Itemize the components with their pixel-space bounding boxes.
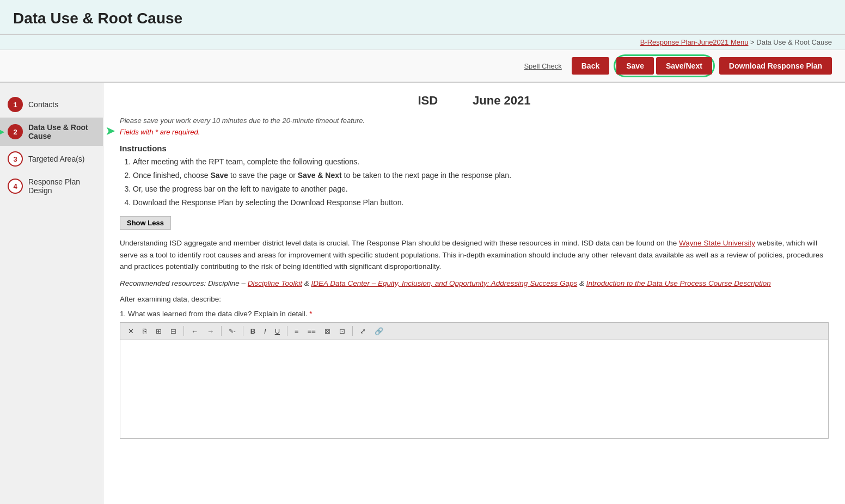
editor-italic[interactable]: I bbox=[261, 325, 270, 337]
toolbar: Spell Check Back Save Save/Next Download… bbox=[0, 50, 845, 83]
sidebar-label-contacts: Contacts bbox=[28, 100, 58, 109]
idea-link[interactable]: IDEA Data Center – Equity, Inclusion, an… bbox=[311, 279, 577, 287]
sidebar-item-response[interactable]: 4 Response Plan Design bbox=[0, 172, 103, 200]
toolbar-sep-4 bbox=[287, 326, 287, 336]
breadcrumb-current: Data Use & Root Cause bbox=[756, 38, 832, 46]
wayne-state-link[interactable]: Wayne State University bbox=[679, 239, 755, 247]
editor-paste[interactable]: ⊞ bbox=[152, 325, 165, 337]
editor-redo[interactable]: → bbox=[204, 325, 217, 337]
instruction-2: Once finished, choose Save to save the p… bbox=[133, 170, 829, 181]
instructions-list: After meeting with the RPT team, complet… bbox=[133, 156, 829, 208]
show-less-button[interactable]: Show Less bbox=[120, 216, 171, 230]
sidebar-item-contacts[interactable]: 1 Contacts bbox=[0, 91, 103, 118]
editor-undo[interactable]: ← bbox=[188, 325, 201, 337]
sidebar-label-targeted: Targeted Area(s) bbox=[28, 155, 85, 163]
sidebar-label-data-use: Data Use & Root Cause bbox=[28, 123, 95, 140]
sidebar-label-response: Response Plan Design bbox=[28, 177, 95, 195]
main-layout: 1 Contacts 2 Data Use & Root Cause ► 3 T… bbox=[0, 83, 845, 504]
toolbar-sep-3 bbox=[243, 326, 243, 336]
instruction-1: After meeting with the RPT team, complet… bbox=[133, 156, 829, 168]
active-arrow-icon: ► bbox=[0, 126, 7, 138]
back-button[interactable]: Back bbox=[572, 57, 609, 75]
save-highlight-group: Save Save/Next bbox=[614, 54, 715, 77]
save-next-button[interactable]: Save/Next bbox=[656, 57, 712, 75]
editor-toolbar: ✕ ⎘ ⊞ ⊟ ← → ✎- B I U ≡ ≡≡ ⊠ ⊡ ⤢ 🔗 bbox=[120, 323, 828, 340]
editor-underline[interactable]: U bbox=[272, 325, 283, 337]
instruction-4: Download the Response Plan by selecting … bbox=[133, 197, 829, 208]
editor-fullscreen[interactable]: ⤢ bbox=[357, 325, 369, 337]
discipline-toolkit-link[interactable]: Discipline Toolkit bbox=[248, 279, 302, 287]
editor-ol[interactable]: ≡ bbox=[291, 325, 302, 337]
editor-indent-left[interactable]: ⊠ bbox=[321, 325, 334, 337]
toolbar-sep-1 bbox=[183, 326, 184, 336]
editor-link[interactable]: 🔗 bbox=[371, 325, 387, 337]
sidebar-item-targeted[interactable]: 3 Targeted Area(s) bbox=[0, 146, 103, 172]
sidebar-num-3: 3 bbox=[8, 151, 23, 167]
page-title: Data Use & Root Cause bbox=[13, 10, 832, 27]
intro-link[interactable]: Introduction to the Data Use Process Cou… bbox=[586, 279, 771, 287]
page-header: Data Use & Root Cause bbox=[0, 0, 845, 35]
question-1-text: What was learned from the data dive? Exp… bbox=[128, 310, 309, 318]
sidebar: 1 Contacts 2 Data Use & Root Cause ► 3 T… bbox=[0, 83, 103, 504]
spell-check-link[interactable]: Spell Check bbox=[524, 62, 561, 70]
instructions-block: Instructions After meeting with the RPT … bbox=[120, 144, 829, 208]
editor-indent-right[interactable]: ⊡ bbox=[336, 325, 348, 337]
question-1-number: 1. bbox=[120, 310, 128, 318]
isd-label: ISD bbox=[418, 94, 438, 107]
breadcrumb-separator: > bbox=[750, 38, 756, 46]
description-block: Understanding ISD aggregate and member d… bbox=[120, 237, 829, 273]
editor-paste-text[interactable]: ⊟ bbox=[167, 325, 180, 337]
editor-source[interactable]: ✎- bbox=[225, 326, 239, 336]
save-button[interactable]: Save bbox=[616, 57, 654, 75]
toolbar-sep-2 bbox=[221, 326, 222, 336]
content-header: ISD June 2021 bbox=[120, 94, 829, 108]
sidebar-num-1: 1 bbox=[8, 97, 23, 112]
sidebar-item-data-use[interactable]: 2 Data Use & Root Cause ► bbox=[0, 118, 103, 146]
instruction-3: Or, use the progress bar on the left to … bbox=[133, 183, 829, 195]
editor-body[interactable] bbox=[120, 340, 828, 438]
editor-ul[interactable]: ≡≡ bbox=[304, 325, 319, 337]
required-notice: Fields with * are required. bbox=[120, 128, 829, 136]
sidebar-num-4: 4 bbox=[8, 179, 23, 194]
sidebar-num-2: 2 bbox=[8, 124, 23, 139]
breadcrumb: B-Response Plan-June2021 Menu > Data Use… bbox=[0, 35, 845, 50]
editor-bold[interactable]: B bbox=[247, 325, 259, 337]
instructions-heading: Instructions bbox=[120, 144, 829, 153]
main-content: ISD June 2021 Please save your work ever… bbox=[103, 83, 845, 504]
after-examine: After examining data, describe: bbox=[120, 295, 829, 303]
rich-text-editor: ✕ ⎘ ⊞ ⊟ ← → ✎- B I U ≡ ≡≡ ⊠ ⊡ ⤢ 🔗 bbox=[120, 322, 829, 439]
date-label: June 2021 bbox=[473, 94, 530, 107]
breadcrumb-link[interactable]: B-Response Plan-June2021 Menu bbox=[640, 38, 749, 46]
question-1-required: * bbox=[309, 310, 312, 318]
question-1-label: 1. What was learned from the data dive? … bbox=[120, 310, 829, 318]
editor-cut[interactable]: ✕ bbox=[125, 325, 137, 337]
toolbar-sep-5 bbox=[352, 326, 353, 336]
recommended-resources: Recommended resources: Discipline – Disc… bbox=[120, 279, 829, 287]
editor-copy[interactable]: ⎘ bbox=[139, 325, 150, 337]
save-notice: Please save your work every 10 minutes d… bbox=[120, 116, 829, 125]
download-button[interactable]: Download Response Plan bbox=[719, 57, 832, 75]
